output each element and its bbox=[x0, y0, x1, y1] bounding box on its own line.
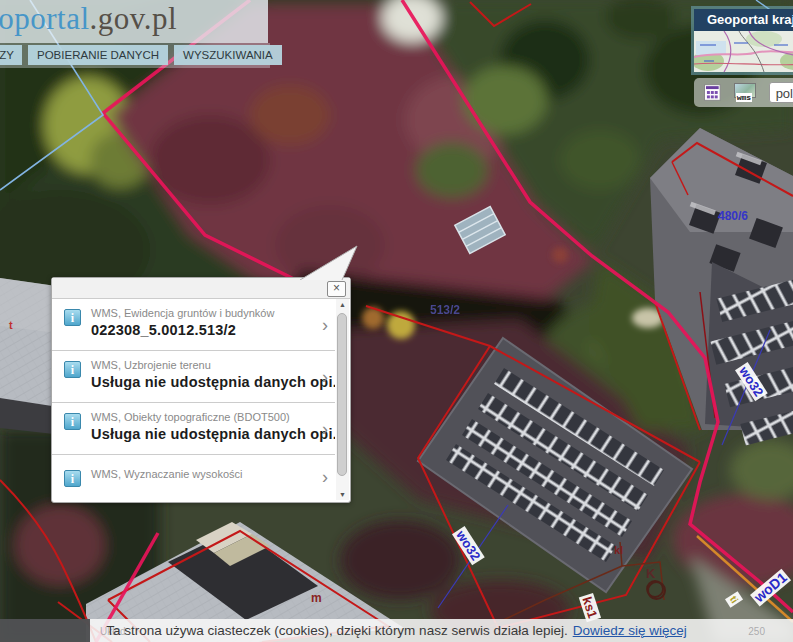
cookie-notice: Ta strona używa ciasteczek (cookies), dz… bbox=[0, 619, 793, 642]
parcel-number-513-2: 513/2 bbox=[430, 303, 460, 317]
chevron-right-icon[interactable]: › bbox=[322, 366, 328, 387]
map-toolbar: wms pol bbox=[694, 78, 793, 107]
menu-item-pobieranie-danych[interactable]: POBIERANIE DANYCH bbox=[28, 45, 168, 65]
cookie-text: Ta strona używa ciasteczek (cookies), dz… bbox=[106, 623, 567, 638]
scroll-up-icon[interactable]: ▲ bbox=[336, 299, 349, 310]
chevron-right-icon[interactable]: › bbox=[322, 418, 328, 439]
legend-icon[interactable] bbox=[704, 84, 721, 101]
geoportal-logo[interactable]: eoportal.gov.pl bbox=[0, 1, 177, 37]
popup-header[interactable] bbox=[52, 278, 350, 299]
cookie-more-link[interactable]: Dowiedz się więcej bbox=[573, 623, 687, 638]
info-icon: i bbox=[64, 470, 81, 487]
language-selector[interactable]: pol bbox=[769, 82, 793, 103]
map-label-kl: kl bbox=[614, 544, 623, 556]
chevron-right-icon[interactable]: › bbox=[322, 314, 328, 335]
logo-name: eoportal bbox=[0, 1, 90, 36]
wms-icon[interactable]: wms bbox=[734, 83, 756, 103]
close-icon[interactable]: × bbox=[327, 281, 346, 297]
result-value: Usługa nie udostępnia danych opi... bbox=[91, 374, 335, 390]
logo-domain: .gov.pl bbox=[90, 1, 178, 36]
menu-item-wyszukiwania[interactable]: WYSZUKIWANIA bbox=[174, 45, 282, 65]
info-icon: i bbox=[64, 361, 81, 378]
map-label-t: t bbox=[9, 319, 13, 331]
overview-map-panel[interactable]: Geoportal kraj bbox=[694, 9, 793, 72]
overview-map-title: Geoportal kraj bbox=[694, 9, 793, 31]
popup-body: i WMS, Ewidencja gruntów i budynków 0223… bbox=[52, 299, 335, 501]
result-row-uzbrojenie[interactable]: i WMS, Uzbrojenie terenu Usługa nie udos… bbox=[52, 351, 335, 403]
scroll-down-icon[interactable]: ▼ bbox=[336, 489, 349, 500]
result-row-egib[interactable]: i WMS, Ewidencja gruntów i budynków 0223… bbox=[52, 299, 335, 351]
geoportal-map-screen: 480/6 513/2 wo32 wo32 ks1 woD1 ti kl K m… bbox=[0, 0, 793, 642]
map-label-m: m bbox=[311, 591, 322, 605]
popup-scrollbar[interactable]: ▲ ▼ bbox=[336, 299, 349, 500]
main-menu: IZY POBIERANIE DANYCH WYSZUKIWANIA bbox=[0, 45, 282, 65]
popup-pointer bbox=[295, 245, 365, 280]
overview-map-image bbox=[694, 31, 793, 72]
manhole-symbol bbox=[647, 581, 666, 600]
result-layer-name: WMS, Obiekty topograficzne (BDOT500) bbox=[91, 411, 335, 423]
result-value: 022308_5.0012.513/2 bbox=[91, 322, 274, 338]
map-label-k: K bbox=[646, 566, 655, 581]
result-row-wysokosci[interactable]: i WMS, Wyznaczanie wysokości › bbox=[52, 455, 335, 499]
menu-item-analizy[interactable]: IZY bbox=[0, 45, 22, 65]
info-icon: i bbox=[64, 413, 81, 430]
result-layer-name: WMS, Uzbrojenie terenu bbox=[91, 359, 335, 371]
chevron-right-icon[interactable]: › bbox=[322, 467, 328, 488]
identify-results-popup: × i WMS, Ewidencja gruntów i budynków 02… bbox=[51, 277, 351, 503]
wms-label: wms bbox=[736, 93, 752, 102]
result-value: Usługa nie udostępnia danych opi... bbox=[91, 426, 335, 442]
scrollbar-thumb[interactable] bbox=[337, 313, 347, 476]
result-layer-name: WMS, Wyznaczanie wysokości bbox=[91, 468, 243, 480]
info-icon: i bbox=[64, 309, 81, 326]
result-row-bdot500[interactable]: i WMS, Obiekty topograficzne (BDOT500) U… bbox=[52, 403, 335, 455]
result-layer-name: WMS, Ewidencja gruntów i budynków bbox=[91, 307, 274, 319]
parcel-number-480-6: 480/6 bbox=[718, 209, 748, 223]
